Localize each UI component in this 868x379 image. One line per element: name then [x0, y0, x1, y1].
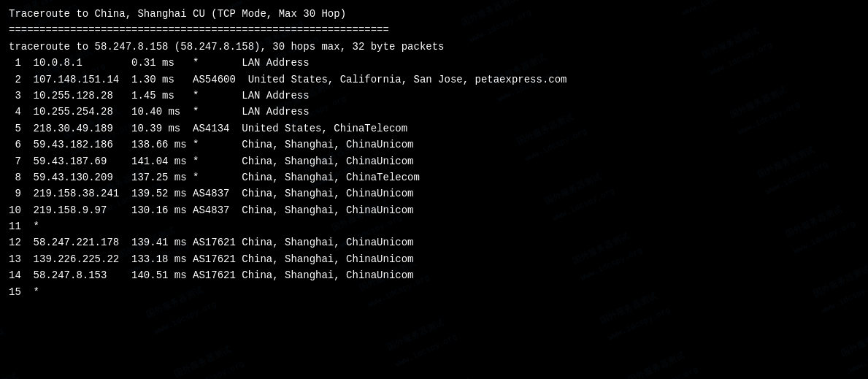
hop-13: 13 139.226.225.22 133.18 ms AS17621 Chin…	[9, 251, 859, 267]
hop-12: 12 58.247.221.178 139.41 ms AS17621 Chin…	[9, 234, 859, 250]
hop-15: 15 *	[9, 284, 859, 300]
hop-6: 6 59.43.182.186 138.66 ms * China, Shang…	[9, 137, 859, 153]
hop-9: 9 219.158.38.241 139.52 ms AS4837 China,…	[9, 185, 859, 202]
hop-4: 4 10.255.254.28 10.40 ms * LAN Address	[9, 104, 859, 120]
hop-1: 1 10.0.8.1 0.31 ms * LAN Address	[9, 55, 859, 71]
hop-5: 5 218.30.49.189 10.39 ms AS4134 United S…	[9, 120, 859, 137]
hop-2: 2 107.148.151.14 1.30 ms AS54600 United …	[9, 72, 859, 88]
terminal-window: 国外服务器测试 www.idcspy.org Traceroute to Chi…	[0, 0, 868, 379]
title-line: Traceroute to China, Shanghai CU (TCP Mo…	[9, 6, 859, 22]
separator-line: ========================================…	[9, 22, 859, 38]
hop-14: 14 58.247.8.153 140.51 ms AS17621 China,…	[9, 267, 859, 283]
hop-8: 8 59.43.130.209 137.25 ms * China, Shang…	[9, 169, 859, 185]
traceroute-cmd: traceroute to 58.247.8.158 (58.247.8.158…	[9, 39, 859, 55]
hop-7: 7 59.43.187.69 141.04 ms * China, Shangh…	[9, 153, 859, 169]
hop-3: 3 10.255.128.28 1.45 ms * LAN Address	[9, 88, 859, 104]
hop-10: 10 219.158.9.97 130.16 ms AS4837 China, …	[9, 202, 859, 218]
hop-11: 11 *	[9, 218, 859, 234]
